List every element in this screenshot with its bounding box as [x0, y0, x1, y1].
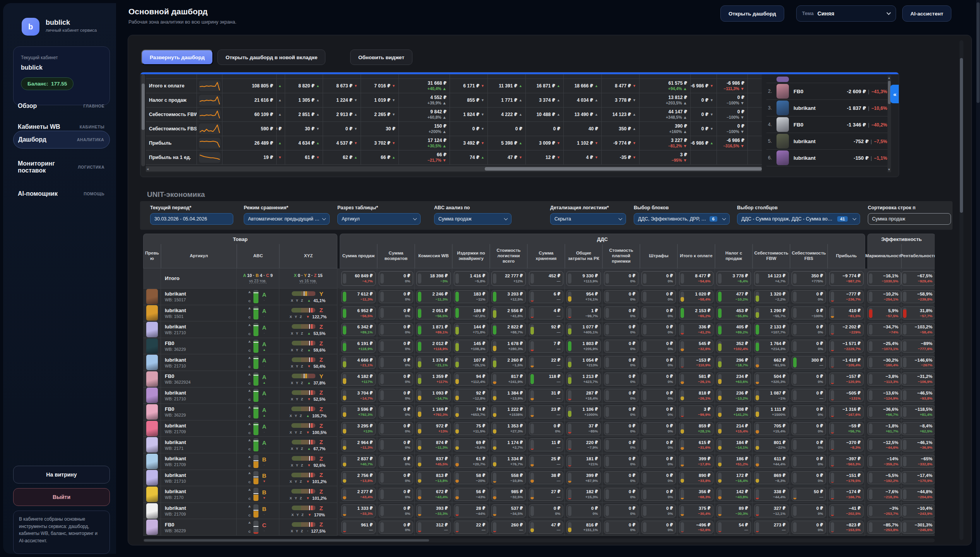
- top-product-item[interactable]: 3.lubrikant-1 837 ₽|−10,6%: [766, 100, 891, 116]
- metric-value: 3 374 ₽: [539, 97, 555, 103]
- widget-vertical-scrollbar[interactable]: [141, 74, 145, 166]
- column-header[interactable]: Стоимость логистики всего: [490, 244, 527, 268]
- column-header[interactable]: XYZ: [279, 244, 337, 268]
- refresh-widget-button[interactable]: Обновить виджет: [350, 50, 412, 65]
- filter-input[interactable]: Сумма продаж: [434, 213, 511, 225]
- summary-cell: 21 616 ₽: [222, 93, 277, 107]
- table-row[interactable]: FB0WB: 36229ACA▲ZXYZ▲59,6%6 191 ₽+118,9%…: [143, 338, 935, 355]
- metric-change: −2229,7%: [834, 347, 861, 351]
- sidebar-item-5[interactable]: AI-помощникПОМОЩЬ: [13, 185, 110, 203]
- filter-input[interactable]: Артикул: [337, 213, 421, 225]
- table-row[interactable]: FB0WB: 36229ACC·ZXYZ·127,5%961 ₽—0 ₽0%31…: [143, 519, 935, 536]
- table-cell: [143, 503, 161, 519]
- table-row[interactable]: lubrikantWB: 21709ACB·ZXYZ▼92,6%2 837 ₽+…: [143, 453, 935, 470]
- column-header[interactable]: Себестоимость FBS: [790, 244, 828, 268]
- table-row[interactable]: lubrikantWB: 21710ACA·ZXYZ▼50,4%4 666 ₽−…: [143, 354, 935, 371]
- unit-table-scrollbar[interactable]: [143, 538, 935, 542]
- table-row[interactable]: lubrikantWB: 21710ACB▼ZXYZ▼101,2%2 756 ₽…: [143, 470, 935, 487]
- top-product-item[interactable]: 4.FB0-1 346 ₽|−40,2%: [766, 116, 891, 133]
- metric-value: 92 ₽: [534, 325, 561, 330]
- column-header[interactable]: Комиссия WB: [415, 244, 452, 268]
- column-header[interactable]: Итого к оплате: [677, 244, 715, 268]
- top-product-item[interactable]: 6.lubrikant-150 ₽|−1,1%: [766, 150, 891, 166]
- column-header[interactable]: Сумма хранения: [527, 244, 565, 268]
- summary-row[interactable]: Налог с продаж21 616 ₽₽▲1 305 ₽▲1 224 ₽▼…: [146, 93, 762, 108]
- table-cell: 2 964 ₽−11,3%: [340, 437, 377, 453]
- column-header[interactable]: Сумма продаж: [340, 244, 377, 268]
- filter-input[interactable]: Сумма продаж: [868, 213, 951, 225]
- filter-input[interactable]: Скрыта: [550, 213, 626, 225]
- top-product-item[interactable]: 2.FB0-2 609 ₽|−41,3%: [766, 83, 891, 100]
- metric-bar-fill: [718, 361, 722, 367]
- sidebar-item-3[interactable]: ДашбордАНАЛИТИКА: [13, 131, 110, 149]
- expand-dashboard-button[interactable]: Развернуть дашборд: [141, 50, 213, 65]
- metric-box: 50 ₽—: [792, 488, 826, 501]
- open-dashboard-button[interactable]: Открыть дашборд: [720, 5, 784, 22]
- table-row[interactable]: lubrikantWB: 21709ACA·ZXYZ▼100,5%3 295 ₽…: [143, 420, 935, 437]
- column-header[interactable]: Рентабельность: [901, 244, 935, 268]
- column-header[interactable]: Маржинальность: [867, 244, 901, 268]
- table-row[interactable]: lubrikantWB: 2170ACB▼ZXYZ▼101,2%2 277 ₽−…: [143, 486, 935, 503]
- column-header[interactable]: Издержки по эквайрингу: [452, 244, 490, 268]
- table-row[interactable]: FB0WB: 36229ACA▲ZXYZ▲105,7%3 596 ₽+792,3…: [143, 404, 935, 420]
- table-row[interactable]: lubrikantWB: 21710ACA·ZXYZ▲53,5%6 342 ₽+…: [143, 321, 935, 338]
- theme-select[interactable]: Тема Синяя: [796, 5, 896, 22]
- summary-cell: [277, 74, 285, 79]
- filter-input[interactable]: ДДС, Эффективность, ДРР, Проц...6: [634, 213, 730, 225]
- page-scrollbar[interactable]: [976, 0, 980, 557]
- xyz-indicator: ZXYZ·127,5%: [291, 521, 326, 533]
- metric-value: 0 ₽: [797, 341, 823, 347]
- total-row[interactable]: ИтогоA 10 · B 4 · C 9vs 23 тов.X 0 · Y 2…: [143, 268, 935, 289]
- column-header[interactable]: Стоимость платной приемки: [602, 244, 640, 268]
- summary-row[interactable]: Итого к оплате108 805 ₽₽▲8 820 ₽▲8 673 ₽…: [146, 79, 762, 93]
- filter-input[interactable]: 30.03.2026 - 05.04.2026: [150, 213, 233, 225]
- column-header[interactable]: Прибыль: [828, 244, 865, 268]
- column-header[interactable]: Общие затраты на РК: [565, 244, 602, 268]
- metric-box: 0 ₽0%: [604, 471, 638, 484]
- showcase-button[interactable]: На витрину: [13, 466, 110, 484]
- column-header[interactable]: Налог с продаж: [715, 244, 753, 268]
- xyz-grade-letter: Z: [320, 340, 325, 347]
- filter-input[interactable]: ДДС - Сумма продаж, ДДС - Сумма возврато…: [737, 213, 860, 225]
- top-product-item[interactable]: 5.lubrikant-752 ₽|−7,5%: [766, 133, 891, 150]
- metric-bar: [681, 357, 684, 367]
- summary-row[interactable]: Себестоимость FBS590 ₽90 ₽30 ₽▼0 ₽▼30 ₽1…: [146, 122, 762, 136]
- summary-row[interactable]: Себестоимость FBW60 109 ₽₽▲2 851 ₽▲2 913…: [146, 108, 762, 122]
- filter-input[interactable]: Автоматически: предыдущий ра...: [244, 213, 330, 225]
- summary-row[interactable]: Прибыль26 489 ₽₽▲4 634 ₽▲4 537 ₽▼3 702 ₽…: [146, 136, 762, 150]
- metric-value: 1 803 ₽: [571, 341, 598, 347]
- scroll-up-icon[interactable]: ▲: [888, 76, 891, 80]
- table-cell: 107 ₽−25,1%: [452, 354, 490, 371]
- column-header[interactable]: Штрафы: [640, 244, 677, 268]
- sidebar-item-1[interactable]: ОбзорГЛАВНОЕ: [13, 97, 110, 115]
- table-row[interactable]: lubrikantWB: 21709ACB·ZXYZ▼170%1 333 ₽−3…: [143, 503, 935, 519]
- card-scrollbar[interactable]: [959, 40, 963, 540]
- widget-horizontal-scrollbar[interactable]: ◂: [146, 166, 762, 171]
- scroll-down-icon[interactable]: ▼: [888, 168, 891, 171]
- metric-change: +348,5% ▲: [666, 115, 687, 120]
- column-header[interactable]: Артикул: [161, 244, 237, 268]
- metric-values: 1 320 ₽−2,2%: [759, 292, 786, 301]
- summary-row[interactable]: Прибыль на 1 ед.19 ₽₽▼61 ₽▼62 ₽▲66 ₽▲66 …: [146, 150, 762, 165]
- open-dashboard-new-tab-button[interactable]: Открыть дашборд в новой вкладке: [217, 50, 325, 65]
- column-header[interactable]: ABC: [237, 244, 279, 268]
- metric-values: 336 ₽−41,2%: [684, 325, 711, 334]
- table-row[interactable]: lubrikantWB: 1501ACA·ZXYZ▼122,7%6 952 ₽−…: [143, 305, 935, 322]
- ai-assistant-button[interactable]: AI-ассистент: [902, 5, 951, 22]
- column-header[interactable]: Сумма возвратов: [377, 244, 415, 268]
- table-row[interactable]: lubrikantWB: 15017ACA·YXYZ▲41,1%7 612 ₽−…: [143, 289, 935, 305]
- sidebar-item-4[interactable]: Мониторинг поставокЛОГИСТИКА: [13, 156, 110, 178]
- logout-button[interactable]: Выйти: [13, 488, 110, 506]
- metric-values: 672 ₽−43,4%: [421, 489, 448, 499]
- table-row[interactable]: FB0WB: 3622924ACA▲YXYZ▲37,8%4 182 ₽+117%…: [143, 371, 935, 388]
- scroll-left-icon[interactable]: ◂: [147, 166, 149, 171]
- metric-bar: [831, 407, 834, 417]
- table-row[interactable]: lubrikantWB: 21710ACA·ZXYZ▼52,5%3 704 ₽−…: [143, 388, 935, 404]
- metric-bar: [831, 325, 834, 335]
- table-row[interactable]: lubrikantWB: 2171ACA·ZXYZ▲67,7%2 964 ₽−1…: [143, 437, 935, 453]
- collapse-panel-button[interactable]: «: [890, 85, 899, 103]
- column-header[interactable]: Себестоимость FBW: [753, 244, 790, 268]
- metric-box: 47 ₽—: [529, 521, 563, 534]
- column-header[interactable]: Превью: [143, 244, 161, 268]
- metric-box: −89%−777,6%: [901, 340, 935, 353]
